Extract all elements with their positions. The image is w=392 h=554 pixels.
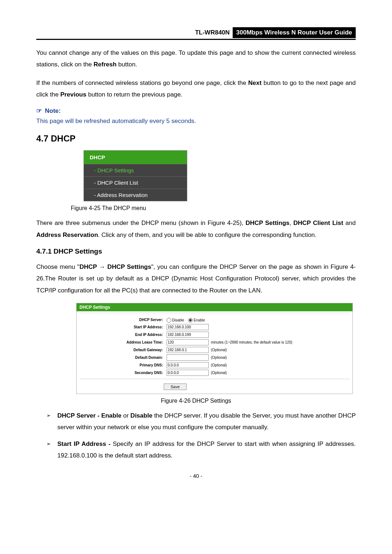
list-item: DHCP Server - Enable or Disable the DHCP…	[46, 410, 356, 434]
text-bold: DHCP	[79, 263, 97, 270]
hint-text: (Optional)	[211, 356, 227, 360]
note-body: This page will be refreshed automaticall…	[36, 115, 356, 127]
radio-disable[interactable]	[167, 318, 171, 323]
figure-caption: Figure 4-25 The DHCP menu	[71, 205, 356, 212]
text-bold: DHCP Client List	[293, 219, 343, 226]
primary-dns-input[interactable]	[167, 362, 209, 368]
lease-time-input[interactable]	[167, 339, 209, 345]
text-bold: DHCP Server - Enable	[57, 412, 122, 419]
text-bold: Disable	[130, 412, 152, 419]
text: button to return the previous page.	[86, 91, 183, 98]
note-heading: ☞ Note:	[36, 107, 356, 115]
paragraph: You cannot change any of the values on t…	[36, 47, 356, 71]
section-heading: 4.7 DHCP	[36, 134, 356, 144]
text: There are three submenus under the DHCP …	[36, 219, 246, 226]
text-bold: Previous	[60, 91, 86, 98]
list-item: Start IP Address - Specify an IP address…	[46, 438, 356, 462]
text: →	[97, 263, 107, 270]
text: button.	[117, 61, 137, 68]
text-bold: Next	[248, 79, 262, 86]
menu-item: - DHCP Settings	[84, 164, 187, 176]
text-bold: Address Reservation	[36, 231, 98, 238]
text-bold: Refresh	[94, 61, 117, 68]
hint-text: (Optional)	[211, 363, 227, 367]
gateway-input[interactable]	[167, 347, 209, 353]
text-bold: DHCP Settings	[246, 219, 290, 226]
figure-caption: Figure 4-26 DHCP Settings	[36, 398, 356, 404]
header-guide: 300Mbps Wireless N Router User Guide	[233, 27, 356, 38]
text-bold: DHCP Settings	[107, 263, 151, 270]
text: . Click any of them, and you will be abl…	[98, 231, 317, 238]
field-label: Primary DNS:	[79, 363, 167, 367]
save-button[interactable]: Save	[164, 383, 187, 390]
radio-label: Disable	[172, 318, 184, 322]
hint-text: (Optional)	[211, 371, 227, 375]
text: ,	[290, 219, 294, 226]
field-label: Default Gateway:	[79, 348, 167, 352]
field-label: DHCP Server:	[79, 318, 167, 322]
dhcp-menu-figure: DHCP - DHCP Settings - DHCP Client List …	[83, 150, 187, 201]
page-header: TL-WR840N 300Mbps Wireless N Router User…	[36, 27, 356, 40]
end-ip-input[interactable]	[167, 332, 209, 338]
paragraph: There are three submenus under the DHCP …	[36, 217, 356, 241]
field-value: Disable Enable	[167, 317, 208, 323]
menu-item: - Address Reservation	[84, 189, 187, 201]
subsection-heading: 4.7.1 DHCP Settings	[36, 247, 356, 255]
field-label: Start IP Address:	[79, 325, 167, 329]
pointer-icon: ☞	[36, 107, 42, 114]
radio-enable[interactable]	[188, 318, 193, 323]
text: Choose menu "	[36, 263, 79, 270]
paragraph: If the numbers of connected wireless sta…	[36, 77, 356, 101]
field-label: Default Domain:	[79, 356, 167, 360]
menu-item: - DHCP Client List	[84, 176, 187, 189]
dhcp-settings-figure: DHCP Settings DHCP Server: Disable Enabl…	[76, 303, 353, 394]
bullet-list: DHCP Server - Enable or Disable the DHCP…	[36, 410, 356, 462]
secondary-dns-input[interactable]	[167, 370, 209, 376]
menu-title: DHCP	[84, 151, 187, 164]
radio-label: Enable	[193, 318, 205, 322]
start-ip-input[interactable]	[167, 324, 209, 330]
text: and	[343, 219, 356, 226]
domain-input[interactable]	[167, 354, 209, 361]
note-label: Note:	[45, 107, 61, 114]
page-number: - 40 -	[36, 473, 356, 479]
text: or	[122, 412, 131, 419]
hint-text: (Optional)	[211, 348, 227, 352]
paragraph: Choose menu "DHCP → DHCP Settings", you …	[36, 261, 356, 296]
field-label: Address Lease Time:	[79, 340, 167, 344]
text-bold: Start IP Address -	[57, 440, 110, 447]
settings-title: DHCP Settings	[77, 303, 352, 311]
text: If the numbers of connected wireless sta…	[36, 79, 248, 86]
header-model: TL-WR840N	[195, 29, 232, 36]
field-label: Secondary DNS:	[79, 371, 167, 375]
field-label: End IP Address:	[79, 333, 167, 337]
hint-text: minutes (1~2880 minutes, the default val…	[211, 340, 292, 344]
text: You cannot change any of the values on t…	[36, 49, 356, 68]
